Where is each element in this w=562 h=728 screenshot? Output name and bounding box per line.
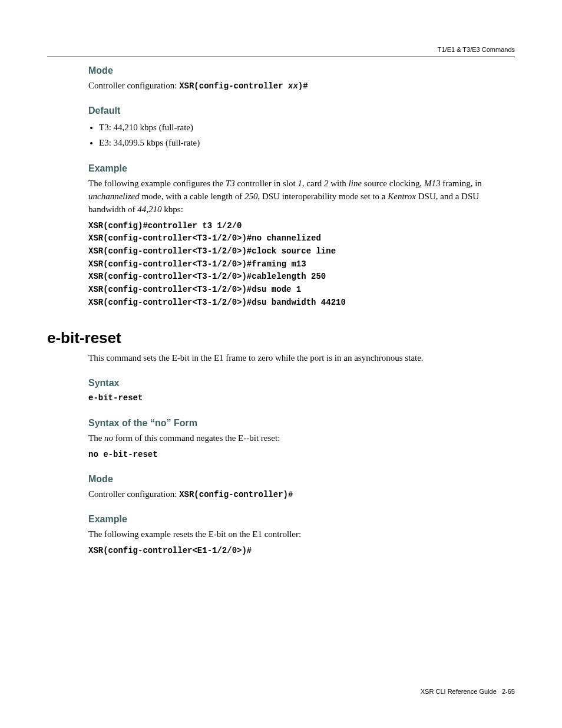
text-italic: line [349,179,362,188]
section-heading-default: Default [88,106,515,116]
text: controller in slot [235,179,298,188]
text-italic: M13 [424,179,441,188]
footer-page: 2-65 [502,688,515,695]
mode-code-b: )# [298,81,308,91]
text: mode, with a cable length of [140,192,244,201]
section-heading-example: Example [88,163,515,174]
mode-prefix: Controller configuration: [88,81,179,90]
mode-text: Controller configuration: XSR(config-con… [88,80,515,93]
example2-code: XSR(config-controller<E1-1/2/0>)# [88,545,515,558]
section-heading-mode2: Mode [88,474,515,485]
text-italic: unchannelized [88,192,140,201]
section-heading-example2: Example [88,514,515,525]
text-italic: 44,210 [137,205,161,214]
text-italic: no [104,433,113,443]
example-code-block: XSR(config)#controller t3 1/2/0 XSR(conf… [88,220,515,309]
mode-code-em: xx [288,81,298,91]
example2-text: The following example resets the E-bit o… [88,528,515,541]
section-heading-syntax: Syntax [88,378,515,388]
mode2-code: XSR(config-controller)# [179,490,293,499]
text-italic: 250 [244,192,258,201]
text: , card [302,179,324,188]
text-italic: Kentrox [388,192,416,201]
text-italic: T3 [226,179,235,188]
text: with [328,179,348,188]
default-list: T3: 44,210 kbps (full-rate) E3: 34,099.5… [99,120,515,151]
mode2-text: Controller configuration: XSR(config-con… [88,488,515,501]
example-paragraph: The following example configures the T3 … [88,177,515,216]
mode2-prefix: Controller configuration: [88,489,179,499]
section-heading-mode: Mode [88,65,515,76]
no-form-text: The no form of this command negates the … [88,432,515,445]
command-intro: This command sets the E-bit in the E1 fr… [88,352,515,365]
page-footer: XSR CLI Reference Guide 2-65 [421,688,515,695]
text: form of this command negates the E--bit … [113,433,280,443]
text-italic: 1 [297,179,302,188]
syntax-code: e-bit-reset [88,392,515,405]
text: kbps: [162,205,183,214]
text: The following example configures the [88,179,226,188]
running-head: T1/E1 & T3/E3 Commands [47,46,515,53]
command-title: e-bit-reset [47,329,515,347]
list-item: E3: 34,099.5 kbps (full-rate) [99,135,515,150]
list-item: T3: 44,210 kbps (full-rate) [99,120,515,135]
text: , DSU interoperability mode set to a [257,192,388,201]
text: framing, in [440,179,481,188]
mode-code-a: XSR(config-controller [179,81,288,91]
header-rule [47,57,515,57]
footer-book: XSR CLI Reference Guide [421,688,497,695]
text: source clocking, [362,179,424,188]
text: The [88,433,104,443]
section-heading-no-form: Syntax of the “no” Form [88,418,515,429]
no-form-code: no e-bit-reset [88,449,515,462]
